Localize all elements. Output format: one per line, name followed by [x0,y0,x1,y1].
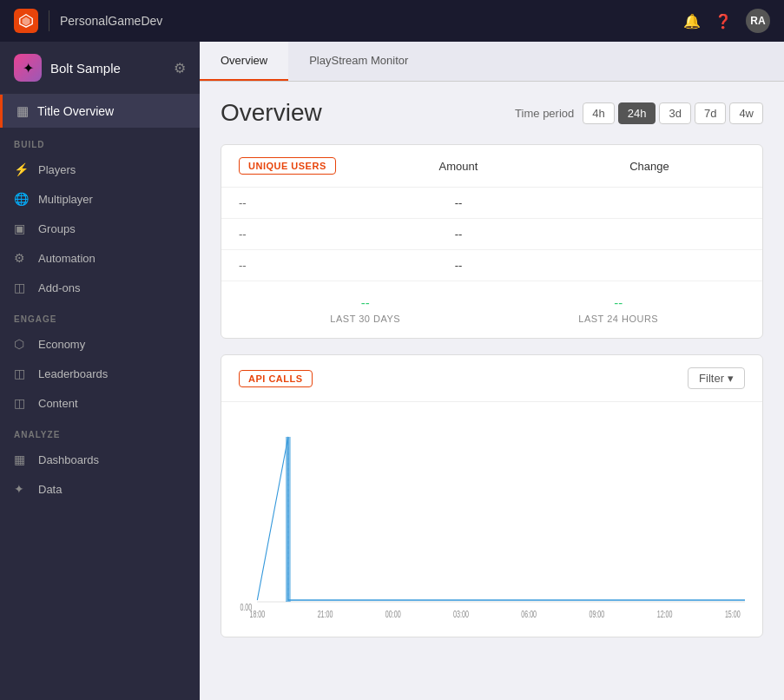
amount-col-header: Amount [363,160,554,173]
last24-label: LAST 24 HOURS [578,314,658,324]
economy-label: Economy [38,338,85,351]
navbar-icons: 🔔 ❓ RA [683,9,770,33]
build-section-label: BUILD [0,128,200,155]
last30-value: -- [361,295,370,310]
svg-marker-1 [23,17,30,26]
time-btn-3d[interactable]: 3d [659,102,690,124]
multiplayer-icon: 🌐 [14,192,30,206]
unique-users-card: UNIQUE USERS Amount Change -- -- -- [221,144,763,339]
svg-text:21:00: 21:00 [318,610,333,619]
api-calls-card: API CALLS Filter ▾ 0.00 [221,354,763,637]
tab-bar: Overview PlayStream Monitor [200,42,784,82]
time-btn-24h[interactable]: 24h [618,102,656,124]
time-btn-7d[interactable]: 7d [695,102,726,124]
col-headers: Amount Change [363,160,745,173]
bar-chart-icon: ▦ [16,103,29,119]
gear-icon[interactable]: ⚙ [174,60,186,76]
table-row: -- -- [221,219,762,250]
row-amount-1: -- [363,196,554,209]
last30-stat: -- LAST 30 DAYS [239,295,492,324]
engage-section-label: ENGAGE [0,302,200,329]
svg-text:12:00: 12:00 [657,610,673,619]
tab-playstream-monitor[interactable]: PlayStream Monitor [288,42,429,81]
analyze-section-label: ANALYZE [0,418,200,445]
sidebar-item-dashboards[interactable]: ▦ Dashboards [0,445,200,474]
content-icon: ◫ [14,396,30,410]
content-label: Content [38,397,78,410]
time-btn-4w[interactable]: 4w [729,102,763,124]
svg-text:09:00: 09:00 [589,610,604,619]
table-row: -- -- [221,188,762,219]
sidebar-item-leaderboards[interactable]: ◫ Leaderboards [0,359,200,388]
change-col-header: Change [554,160,745,173]
last24-stat: -- LAST 24 HOURS [492,295,746,324]
filter-button[interactable]: Filter ▾ [688,367,745,389]
groups-icon: ▣ [14,221,30,235]
sidebar-header: ✦ Bolt Sample ⚙ [0,42,200,95]
chart-area: 0.00 18:00 21:00 00:00 03:00 [221,402,762,637]
table-row: -- -- [221,250,762,281]
sidebar-item-groups[interactable]: ▣ Groups [0,214,200,243]
row-amount-3: -- [363,259,554,272]
svg-text:00:00: 00:00 [385,610,401,619]
navbar-brand: PersonalGameDev [60,14,673,28]
svg-text:03:00: 03:00 [453,610,469,619]
navbar-divider [49,10,49,31]
filter-label: Filter [699,372,724,385]
leaderboards-label: Leaderboards [38,367,108,380]
leaderboards-icon: ◫ [14,367,30,380]
svg-text:15:00: 15:00 [725,610,741,619]
app-logo [14,9,38,33]
unique-users-header: UNIQUE USERS Amount Change [221,145,762,188]
content-area: Overview PlayStream Monitor Overview Tim… [200,42,784,700]
time-period-buttons: 4h 24h 3d 7d 4w [583,102,763,124]
svg-text:06:00: 06:00 [521,610,537,619]
sidebar-item-addons[interactable]: ◫ Add-ons [0,273,200,302]
players-icon: ⚡ [14,162,30,176]
app-icon: ✦ [14,54,42,82]
last24-value: -- [614,295,623,310]
row-values-2: -- [363,228,745,241]
time-period-label: Time period [515,107,574,120]
tab-overview[interactable]: Overview [200,42,288,81]
row-label-1: -- [239,196,363,209]
sidebar-item-players[interactable]: ⚡ Players [0,155,200,184]
api-calls-header: API CALLS Filter ▾ [221,355,762,402]
sidebar-item-economy[interactable]: ⬡ Economy [0,329,200,359]
api-calls-chart: 0.00 18:00 21:00 00:00 03:00 [239,411,745,619]
sidebar-item-automation[interactable]: ⚙ Automation [0,243,200,273]
main-layout: ✦ Bolt Sample ⚙ ▦ Title Overview BUILD ⚡… [0,42,784,700]
sidebar: ✦ Bolt Sample ⚙ ▦ Title Overview BUILD ⚡… [0,42,200,700]
players-label: Players [38,163,76,176]
row-values-3: -- [363,259,745,272]
chevron-down-icon: ▾ [728,372,734,385]
navbar: PersonalGameDev 🔔 ❓ RA [0,0,784,42]
time-btn-4h[interactable]: 4h [583,102,614,124]
time-period-section: Time period 4h 24h 3d 7d 4w [515,102,763,124]
automation-label: Automation [38,252,96,265]
row-amount-2: -- [363,228,554,241]
svg-text:18:00: 18:00 [249,610,265,619]
data-label: Data [38,483,62,496]
sidebar-item-multiplayer[interactable]: 🌐 Multiplayer [0,184,200,214]
sidebar-item-title-overview[interactable]: ▦ Title Overview [0,95,200,128]
automation-icon: ⚙ [14,251,30,265]
page-title: Overview [221,99,322,127]
multiplayer-label: Multiplayer [38,193,93,206]
content-inner: Overview Time period 4h 24h 3d 7d 4w UNI… [200,82,784,700]
economy-icon: ⬡ [14,337,30,351]
notification-icon[interactable]: 🔔 [683,13,701,30]
row-label-2: -- [239,228,363,241]
help-icon[interactable]: ❓ [715,13,732,30]
addons-icon: ◫ [14,281,30,294]
sidebar-item-data[interactable]: ✦ Data [0,474,200,504]
row-label-3: -- [239,259,363,272]
sidebar-item-content[interactable]: ◫ Content [0,388,200,418]
groups-label: Groups [38,222,76,235]
title-overview-label: Title Overview [37,104,114,118]
user-avatar[interactable]: RA [746,9,770,33]
row-change-1 [554,196,745,209]
stats-bottom: -- LAST 30 DAYS -- LAST 24 HOURS [221,281,762,338]
dashboards-icon: ▦ [14,452,30,466]
row-change-3 [554,259,745,272]
